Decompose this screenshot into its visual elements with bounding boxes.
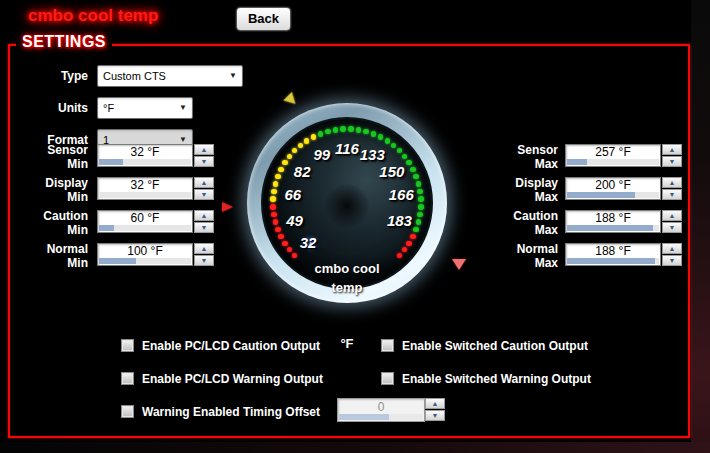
timing-offset-label: Warning Enabled Timing Offset: [142, 405, 320, 419]
gauge-tick-label: 166: [386, 186, 416, 203]
gauge-led-dot: [271, 212, 277, 218]
red-setpoint-marker-left: [222, 202, 233, 212]
normal-max-spinner: ▲ ▼: [662, 243, 682, 266]
gauge-led-dot: [278, 234, 284, 240]
gauge-tick-label: 49: [280, 212, 310, 229]
normal-min-field[interactable]: 100 °F: [97, 243, 193, 266]
display-min-value: 32 °F: [98, 178, 192, 193]
display-min-label: DisplayMin: [20, 176, 88, 204]
gauge-led-dot: [282, 241, 288, 247]
caution-min-spinner: ▲ ▼: [194, 210, 214, 233]
display-min-field[interactable]: 32 °F: [97, 177, 193, 200]
sensor-max-label: SensorMax: [470, 143, 558, 171]
gauge-led-dot: [270, 196, 276, 202]
spin-down-button[interactable]: ▼: [425, 410, 445, 421]
pc-lcd-caution-checkbox[interactable]: [121, 339, 134, 352]
gauge-led-dot: [417, 212, 423, 218]
background-texture-right: [691, 0, 710, 453]
spin-down-button[interactable]: ▼: [662, 189, 682, 200]
pc-lcd-warning-checkbox[interactable]: [121, 372, 134, 385]
spin-up-button[interactable]: ▲: [662, 144, 682, 155]
timing-offset-spinner: ▲ ▼: [425, 398, 445, 422]
timing-offset-value: 0: [338, 400, 424, 414]
sensor-min-field[interactable]: 32 °F: [97, 144, 193, 167]
caution-min-label: CautionMin: [20, 209, 88, 237]
caution-min-value: 60 °F: [98, 211, 192, 226]
caution-max-field[interactable]: 188 °F: [565, 210, 661, 233]
spin-down-button[interactable]: ▼: [194, 189, 214, 200]
gauge-hub: [325, 184, 369, 228]
gauge-led-dot: [287, 154, 293, 160]
spin-up-button[interactable]: ▲: [662, 210, 682, 221]
spin-down-button[interactable]: ▼: [662, 222, 682, 233]
gauge-led-dot: [356, 127, 362, 133]
spin-up-button[interactable]: ▲: [194, 144, 214, 155]
normal-min-value: 100 °F: [98, 244, 192, 259]
sensor-min-spinner: ▲ ▼: [194, 144, 214, 167]
timing-offset-field[interactable]: 0: [337, 398, 425, 422]
switched-caution-checkbox[interactable]: [381, 339, 394, 352]
spin-up-button[interactable]: ▲: [425, 398, 445, 409]
spin-up-button[interactable]: ▲: [662, 177, 682, 188]
type-dropdown[interactable]: Custom CTS ▼: [97, 65, 243, 87]
gauge-led-dot: [287, 247, 293, 253]
type-label: Type: [20, 69, 88, 83]
switched-warning-checkbox[interactable]: [381, 372, 394, 385]
gauge-tick-label: 133: [357, 146, 387, 163]
caution-max-label: CautionMax: [470, 209, 558, 237]
spin-down-button[interactable]: ▼: [194, 156, 214, 167]
display-min-progress: [99, 192, 191, 198]
spin-down-button[interactable]: ▼: [194, 222, 214, 233]
gauge-dial: cmbo cool temp °F 3249668299116133150166…: [247, 103, 447, 303]
switched-caution-label: Enable Switched Caution Output: [402, 339, 588, 353]
spin-up-button[interactable]: ▲: [194, 243, 214, 254]
gauge-led-dot: [413, 174, 419, 180]
gauge-led-dot: [410, 167, 416, 173]
caution-max-progress: [567, 225, 659, 231]
sensor-max-field[interactable]: 257 °F: [565, 144, 661, 167]
caution-max-spinner: ▲ ▼: [662, 210, 682, 233]
gauge-led-dot: [417, 189, 423, 195]
gauge-led-dot: [397, 253, 403, 259]
gauge-led-dot: [378, 134, 384, 140]
gauge-led-dot: [325, 129, 331, 135]
spin-up-button[interactable]: ▲: [194, 210, 214, 221]
gauge-led-dot: [397, 148, 403, 154]
gauge-face-title-2: temp: [287, 280, 407, 295]
display-max-spinner: ▲ ▼: [662, 177, 682, 200]
units-dropdown-value: °F: [103, 102, 114, 114]
background-texture-bottom: [0, 442, 710, 453]
gauge-tick-label: 32: [293, 234, 323, 251]
gauge-led-dot: [363, 129, 369, 135]
gauge-led-dot: [292, 148, 298, 154]
gauge-led-dot: [340, 126, 346, 132]
normal-max-field[interactable]: 188 °F: [565, 243, 661, 266]
gauge-face-title-1: cmbo cool: [287, 261, 407, 276]
spin-up-button[interactable]: ▲: [662, 243, 682, 254]
gauge-led-dot: [418, 196, 424, 202]
units-dropdown[interactable]: °F ▼: [97, 97, 193, 119]
app-window: cmbo cool temp Back SETTINGS Type Custom…: [0, 0, 710, 453]
sensor-max-progress: [567, 159, 659, 165]
spin-down-button[interactable]: ▼: [662, 255, 682, 266]
sensor-min-label: SensorMin: [20, 143, 88, 171]
pc-lcd-caution-label: Enable PC/LCD Caution Output: [142, 339, 320, 353]
spin-down-button[interactable]: ▼: [662, 156, 682, 167]
caution-min-field[interactable]: 60 °F: [97, 210, 193, 233]
gauge-led-dot: [278, 167, 284, 173]
back-button[interactable]: Back: [236, 7, 291, 31]
gauge-led-dot: [275, 174, 281, 180]
gauge-led-dot: [391, 143, 397, 149]
gauge-led-dot: [348, 126, 354, 132]
gauge-led-dot: [406, 160, 412, 166]
display-max-label: DisplayMax: [470, 176, 558, 204]
pc-lcd-warning-label: Enable PC/LCD Warning Output: [142, 372, 323, 386]
spin-down-button[interactable]: ▼: [194, 255, 214, 266]
spin-up-button[interactable]: ▲: [194, 177, 214, 188]
display-min-spinner: ▲ ▼: [194, 177, 214, 200]
chevron-down-icon: ▼: [179, 98, 187, 118]
display-max-field[interactable]: 200 °F: [565, 177, 661, 200]
timing-offset-checkbox[interactable]: [121, 405, 134, 418]
gauge-led-dot: [270, 204, 276, 210]
gauge-preview: cmbo cool temp °F 3249668299116133150166…: [247, 103, 447, 303]
